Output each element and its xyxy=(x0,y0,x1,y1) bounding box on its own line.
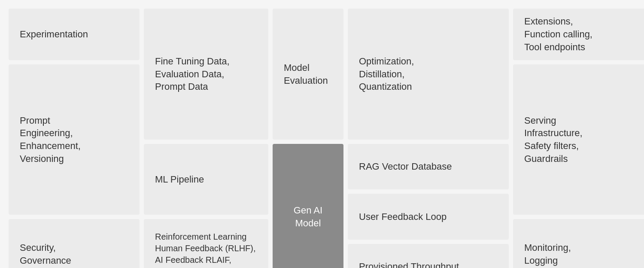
serving-card: Serving Infrastructure, Safety filters, … xyxy=(513,64,644,215)
rag-card: RAG Vector Database xyxy=(348,144,509,189)
user-feedback-card: User Feedback Loop xyxy=(348,194,509,239)
provisioned-card: Provisioned Throughput xyxy=(348,244,509,268)
monitoring-label: Monitoring, Logging xyxy=(524,241,571,267)
ml-pipeline-card: ML Pipeline xyxy=(144,144,268,215)
user-feedback-label: User Feedback Loop xyxy=(359,210,447,223)
rlhf-label: Reinforcement Learning Human Feedback (R… xyxy=(155,231,256,268)
ml-pipeline-label: ML Pipeline xyxy=(155,173,204,186)
security-card: Security, Governance xyxy=(9,219,140,268)
extensions-card: Extensions, Function calling, Tool endpo… xyxy=(513,9,644,60)
fine-tuning-card: Fine Tuning Data, Evaluation Data, Promp… xyxy=(144,9,268,140)
optimization-card: Optimization, Distillation, Quantization xyxy=(348,9,509,140)
rlhf-card: Reinforcement Learning Human Feedback (R… xyxy=(144,219,268,268)
model-eval-card: Model Evaluation xyxy=(273,9,343,140)
provisioned-label: Provisioned Throughput xyxy=(359,260,459,268)
experimentation-label: Experimentation xyxy=(20,28,88,41)
gen-ai-label: Gen AI Model xyxy=(284,204,332,229)
model-eval-label: Model Evaluation xyxy=(284,61,328,87)
prompt-engineering-card: Prompt Engineering, Enhancement, Version… xyxy=(9,64,140,215)
serving-label: Serving Infrastructure, Safety filters, … xyxy=(524,114,583,165)
optimization-label: Optimization, Distillation, Quantization xyxy=(359,55,414,93)
rag-label: RAG Vector Database xyxy=(359,160,452,173)
extensions-label: Extensions, Function calling, Tool endpo… xyxy=(524,15,592,53)
gen-ai-card: Gen AI Model xyxy=(273,144,343,268)
experimentation-card: Experimentation xyxy=(9,9,140,60)
fine-tuning-label: Fine Tuning Data, Evaluation Data, Promp… xyxy=(155,55,230,93)
security-label: Security, Governance xyxy=(20,241,71,267)
main-diagram: Experimentation Fine Tuning Data, Evalua… xyxy=(0,0,644,268)
right-center-column: RAG Vector Database User Feedback Loop P… xyxy=(348,144,509,268)
prompt-engineering-label: Prompt Engineering, Enhancement, Version… xyxy=(20,114,81,165)
monitoring-card: Monitoring, Logging xyxy=(513,219,644,268)
